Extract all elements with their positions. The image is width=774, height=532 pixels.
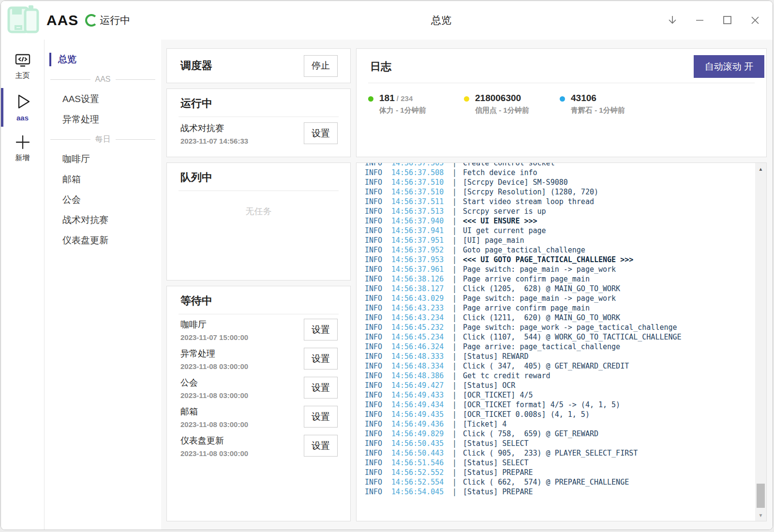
autoscroll-toggle-button[interactable]: 自动滚动 开 <box>694 55 764 78</box>
sidebar-item-aas-settings[interactable]: AAS设置 <box>45 89 161 109</box>
log-line: INFO 14:56:37.510 | [Scrcpy Device] SM-S… <box>357 177 755 187</box>
scrollbar-thumb[interactable] <box>757 484 765 508</box>
log-line: INFO 14:56:48.386 | Get tc credit reward <box>357 371 755 381</box>
rail-item-new[interactable]: 新增 <box>1 130 44 167</box>
settings-button[interactable]: 设置 <box>304 348 338 369</box>
log-line: INFO 14:56:49.427 | [Status] OCR <box>357 381 755 390</box>
waiting-title: 等待中 <box>180 294 212 308</box>
task-name: 战术对抗赛 <box>180 122 248 134</box>
settings-button[interactable]: 设置 <box>304 377 338 399</box>
log-line: INFO 14:56:49.434 | [OCR_TICKET format] … <box>357 400 755 410</box>
task-time: 2023-11-08 03:00:00 <box>180 448 248 459</box>
sidebar-item-tactical-challenge[interactable]: 战术对抗赛 <box>45 210 161 230</box>
stop-button[interactable]: 停止 <box>304 55 338 77</box>
sidebar-item-dashboard-update[interactable]: 仪表盘更新 <box>45 230 161 251</box>
sidebar-section-divider: 每日 <box>45 130 161 149</box>
log-line: INFO 14:56:49.829 | Click ( 758, 659) @ … <box>357 429 755 439</box>
waiting-task-list: 咖啡厅 2023-11-07 15:00:00 设置 异常处理 2023-11-… <box>167 314 350 459</box>
log-scrollbar[interactable]: ▲ ▼ <box>755 163 766 521</box>
resource-stats: 181 / 234 体力 - 1分钟前 218006300 信用点 - 1分钟前 <box>357 83 766 116</box>
app-name: AAS <box>46 12 78 29</box>
sidebar-item-guild[interactable]: 公会 <box>45 190 161 210</box>
task-time: 2023-11-08 03:00:00 <box>180 419 248 430</box>
rail-item-aas[interactable]: aas <box>1 88 44 127</box>
task-time: 2023-11-08 03:00:00 <box>180 390 248 401</box>
blue-dot-icon <box>560 96 565 102</box>
log-card: 日志 自动滚动 开 181 / 234 体力 - 1分钟前 <box>356 48 767 157</box>
rail-item-home[interactable]: 主页 <box>1 48 44 85</box>
running-title: 运行中 <box>180 96 212 111</box>
log-line: INFO 14:56:37.508 | Fetch device info <box>357 168 755 177</box>
log-lines: INFO 14:56:37.505 | Create control socke… <box>357 163 755 497</box>
close-button[interactable] <box>749 15 761 26</box>
stat-originite: 43106 青辉石 - 1分钟前 <box>560 92 655 116</box>
waiting-task-row: 邮箱 2023-11-08 03:00:00 设置 <box>167 401 350 430</box>
settings-button[interactable]: 设置 <box>304 122 338 144</box>
log-line: INFO 14:56:43.233 | Page arrive confirm … <box>357 303 755 313</box>
scheduler-title: 调度器 <box>180 59 212 73</box>
task-name: 仪表盘更新 <box>180 435 248 446</box>
log-viewer[interactable]: INFO 14:56:37.505 | Create control socke… <box>356 163 767 521</box>
download-icon <box>667 15 678 26</box>
scroll-down-arrow-icon[interactable]: ▼ <box>755 510 766 520</box>
log-line: INFO 14:56:45.232 | Page switch: page_wo… <box>357 323 755 332</box>
sidebar-item-coffee-shop[interactable]: 咖啡厅 <box>45 149 161 169</box>
maximize-button[interactable] <box>722 15 733 26</box>
settings-button[interactable]: 设置 <box>304 406 338 428</box>
task-name: 公会 <box>180 377 248 388</box>
log-line: INFO 14:56:37.953 | <<< UI GOTO PAGE_TAC… <box>357 255 755 265</box>
minimize-button[interactable] <box>694 15 706 26</box>
log-line: INFO 14:56:37.511 | Start video stream l… <box>357 197 755 207</box>
log-line: INFO 14:56:49.436 | [Ticket] 4 <box>357 419 755 429</box>
log-line: INFO 14:56:37.513 | Scrcpy server is up <box>357 207 755 216</box>
running-card: 运行中 战术对抗赛 2023-11-07 14:56:33 设置 <box>166 89 351 157</box>
log-line: INFO 14:56:37.510 | [Scrcpy Resolution] … <box>357 187 755 197</box>
tasks-column: 调度器 停止 运行中 战术对抗赛 2023-11-07 14:56:33 设置 <box>166 48 351 521</box>
waiting-task-row: 仪表盘更新 2023-11-08 03:00:00 设置 <box>167 430 350 459</box>
settings-button[interactable]: 设置 <box>304 435 338 457</box>
log-line: INFO 14:56:37.961 | Page switch: page_ma… <box>357 265 755 274</box>
log-line: INFO 14:56:43.234 | Click (1211, 620) @ … <box>357 313 755 323</box>
log-line: INFO 14:56:43.029 | Page switch: page_ma… <box>357 294 755 303</box>
log-line: INFO 14:56:46.324 | Page arrive: page_ta… <box>357 342 755 352</box>
play-icon <box>13 92 32 111</box>
sidebar-item-exception-handling[interactable]: 异常处理 <box>45 109 161 130</box>
log-line: INFO 14:56:52.552 | [Status] PREPARE <box>357 468 755 477</box>
queue-card: 队列中 无任务 <box>166 163 351 281</box>
download-button[interactable] <box>667 15 678 26</box>
settings-button[interactable]: 设置 <box>304 319 338 340</box>
queue-empty-text: 无任务 <box>167 206 350 217</box>
waiting-task-row: 公会 2023-11-08 03:00:00 设置 <box>167 372 350 401</box>
plus-icon <box>14 133 31 151</box>
task-name: 异常处理 <box>180 348 248 359</box>
log-line: INFO 14:56:49.435 | [OCR_TICKET 0.008s] … <box>357 410 755 419</box>
log-line: INFO 14:56:37.952 | Goto page_tactical_c… <box>357 245 755 255</box>
stat-stamina: 181 / 234 体力 - 1分钟前 <box>368 92 464 116</box>
app-body: 主页 aas 新增 总览 AAS AAS设置异常处理 每日 咖啡厅邮箱公会战术对… <box>1 40 773 530</box>
scroll-up-arrow-icon[interactable]: ▲ <box>755 164 766 174</box>
close-icon <box>749 15 761 26</box>
header: AAS 运行中 总览 <box>1 1 773 40</box>
stat-label: 体力 - 1分钟前 <box>379 104 426 116</box>
minimize-icon <box>694 15 706 26</box>
code-monitor-icon <box>14 52 32 69</box>
log-line: INFO 14:56:50.435 | [Status] SELECT <box>357 439 755 448</box>
rail-item-label: 新增 <box>15 153 30 163</box>
green-dot-icon <box>368 96 373 102</box>
sidebar-item-mailbox[interactable]: 邮箱 <box>45 169 161 190</box>
task-time: 2023-11-07 15:00:00 <box>180 332 248 343</box>
stat-value: 181 <box>379 93 395 103</box>
task-time: 2023-11-07 14:56:33 <box>180 135 248 147</box>
log-line: INFO 14:56:45.234 | Click (1107, 544) @ … <box>357 332 755 342</box>
log-line: INFO 14:56:54.045 | [Status] PREPARE <box>357 487 755 497</box>
stat-credits: 218006300 信用点 - 1分钟前 <box>464 92 560 116</box>
task-name: 咖啡厅 <box>180 319 248 330</box>
sidebar-item-overview[interactable]: 总览 <box>45 49 161 70</box>
rail-item-label: 主页 <box>15 71 30 80</box>
stat-value: 218006300 <box>475 93 521 103</box>
log-title: 日志 <box>370 59 391 74</box>
waiting-task-row: 咖啡厅 2023-11-07 15:00:00 设置 <box>167 314 350 343</box>
task-time: 2023-11-08 03:00:00 <box>180 361 248 372</box>
log-line: INFO 14:56:38.126 | Page arrive confirm … <box>357 274 755 284</box>
stat-value: 43106 <box>571 93 596 103</box>
